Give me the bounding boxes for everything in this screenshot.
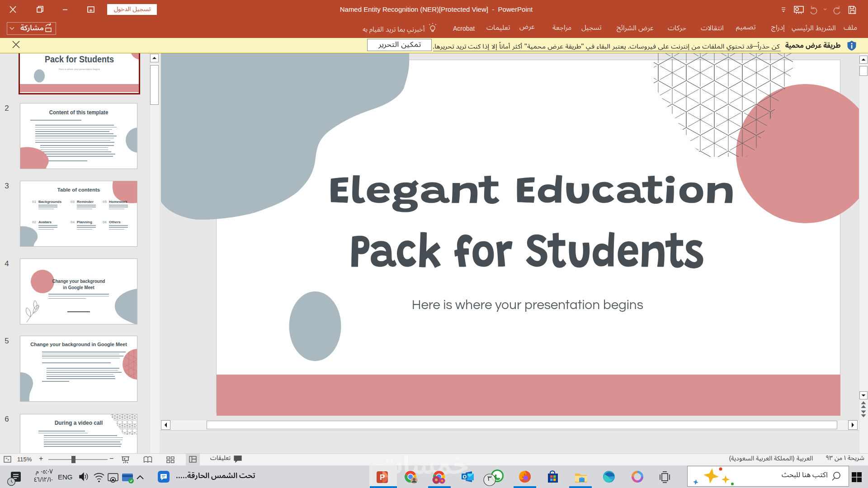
svg-text:O: O: [463, 474, 467, 479]
svg-text:P: P: [380, 473, 385, 482]
